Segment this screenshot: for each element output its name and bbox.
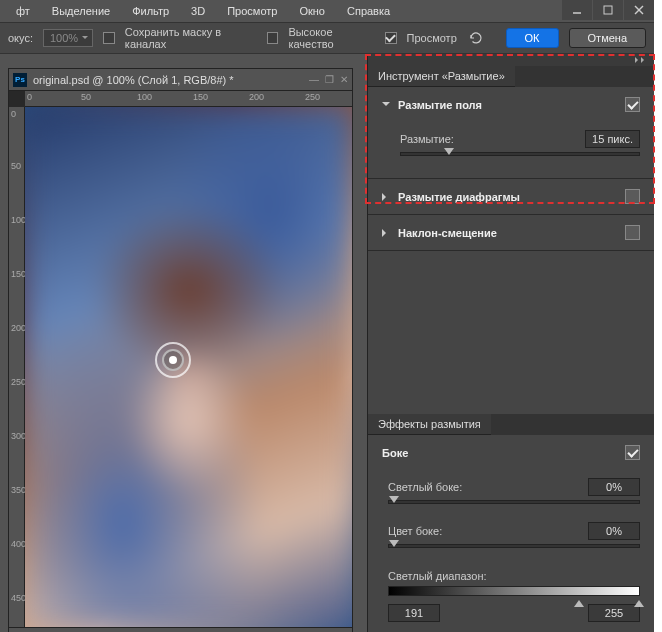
disclosure-closed-icon[interactable] bbox=[382, 193, 390, 201]
preview-label: Просмотр bbox=[407, 32, 457, 44]
light-bokeh-value[interactable]: 0% bbox=[588, 478, 640, 496]
doc-maximize-icon[interactable]: ❐ bbox=[325, 74, 334, 85]
close-button[interactable] bbox=[624, 0, 654, 20]
range-lo-value[interactable]: 191 bbox=[388, 604, 440, 622]
blur-slider-track[interactable] bbox=[400, 152, 640, 156]
document-window: Ps original.psd @ 100% (Слой 1, RGB/8#) … bbox=[8, 68, 353, 632]
color-bokeh-slider[interactable] bbox=[388, 544, 640, 548]
ruler-tick: 250 bbox=[305, 92, 320, 102]
document-title: original.psd @ 100% (Слой 1, RGB/8#) * bbox=[33, 74, 303, 86]
field-blur-header[interactable]: Размытие поля bbox=[382, 97, 640, 112]
menu-fragment[interactable]: фт bbox=[6, 2, 40, 20]
bokeh-title: Боке bbox=[382, 447, 617, 459]
canvas-wrap: 0 50 100 150 200 250 0 50 100 150 200 25… bbox=[9, 91, 352, 632]
window-controls bbox=[561, 0, 654, 20]
main-area: Ps original.psd @ 100% (Слой 1, RGB/8#) … bbox=[0, 54, 654, 632]
disclosure-open-icon[interactable] bbox=[382, 102, 390, 110]
ruler-tick: 0 bbox=[27, 92, 32, 102]
document-titlebar[interactable]: Ps original.psd @ 100% (Слой 1, RGB/8#) … bbox=[9, 69, 352, 91]
app-window: фт Выделение Фильтр 3D Просмотр Окно Спр… bbox=[0, 0, 654, 632]
reset-icon[interactable] bbox=[467, 30, 486, 46]
menu-filter[interactable]: Фильтр bbox=[122, 2, 179, 20]
ps-icon: Ps bbox=[13, 73, 27, 87]
ruler-horizontal[interactable]: 0 50 100 150 200 250 bbox=[25, 91, 352, 107]
ruler-vertical[interactable]: 0 50 100 150 200 250 300 350 400 450 bbox=[9, 107, 25, 627]
save-mask-label: Сохранить маску в каналах bbox=[125, 26, 257, 50]
doc-close-icon[interactable]: ✕ bbox=[340, 74, 348, 85]
maximize-button[interactable] bbox=[593, 0, 623, 20]
iris-blur-section: Размытие диафрагмы bbox=[368, 179, 654, 215]
slider-thumb[interactable] bbox=[389, 496, 399, 508]
ruler-tick: 200 bbox=[249, 92, 264, 102]
field-blur-checkbox[interactable] bbox=[625, 97, 640, 112]
ruler-tick: 450 bbox=[11, 593, 26, 603]
panel-collapse-icon[interactable] bbox=[368, 54, 654, 66]
tilt-shift-checkbox[interactable] bbox=[625, 225, 640, 240]
doc-minimize-icon[interactable]: — bbox=[309, 74, 319, 85]
menu-window[interactable]: Окно bbox=[289, 2, 335, 20]
ruler-tick: 50 bbox=[81, 92, 91, 102]
slider-thumb[interactable] bbox=[389, 540, 399, 552]
document-area: Ps original.psd @ 100% (Слой 1, RGB/8#) … bbox=[0, 54, 367, 632]
blur-amount-label: Размытие: bbox=[400, 133, 454, 145]
document-statusbar: 100% bbox=[9, 627, 352, 632]
minimize-button[interactable] bbox=[562, 0, 592, 20]
tilt-shift-section: Наклон-смещение bbox=[368, 215, 654, 251]
high-quality-label: Высокое качество bbox=[288, 26, 375, 50]
menu-bar: фт Выделение Фильтр 3D Просмотр Окно Спр… bbox=[0, 0, 654, 22]
field-blur-section: Размытие поля Размытие: 15 пикс. bbox=[368, 87, 654, 179]
bokeh-checkbox[interactable] bbox=[625, 445, 640, 460]
menu-help[interactable]: Справка bbox=[337, 2, 400, 20]
effects-tab[interactable]: Эффекты размытия bbox=[368, 414, 491, 435]
light-bokeh-slider[interactable] bbox=[388, 500, 640, 504]
canvas[interactable] bbox=[25, 107, 352, 627]
ruler-tick: 400 bbox=[11, 539, 26, 549]
blur-tool-tab[interactable]: Инструмент «Размытие» bbox=[368, 66, 515, 87]
ruler-tick: 300 bbox=[11, 431, 26, 441]
iris-blur-header[interactable]: Размытие диафрагмы bbox=[382, 189, 640, 204]
light-range-slider[interactable] bbox=[388, 586, 640, 596]
svg-rect-1 bbox=[604, 6, 612, 14]
options-bar: окус: 100% Сохранить маску в каналах Выс… bbox=[0, 22, 654, 54]
bokeh-header: Боке bbox=[382, 445, 640, 460]
ruler-tick: 350 bbox=[11, 485, 26, 495]
ruler-tick: 250 bbox=[11, 377, 26, 387]
disclosure-closed-icon[interactable] bbox=[382, 229, 390, 237]
ruler-tick: 50 bbox=[11, 161, 21, 171]
tool-tab-row: Инструмент «Размытие» bbox=[368, 66, 654, 87]
focus-combo[interactable]: 100% bbox=[43, 29, 93, 47]
light-bokeh-label: Светлый боке: bbox=[388, 481, 462, 493]
menu-3d[interactable]: 3D bbox=[181, 2, 215, 20]
ruler-tick: 150 bbox=[193, 92, 208, 102]
ruler-tick: 100 bbox=[11, 215, 26, 225]
focus-label: окус: bbox=[8, 32, 33, 44]
effects-panel: Эффекты размытия Боке Светлый боке: 0% bbox=[368, 414, 654, 632]
cancel-button[interactable]: Отмена bbox=[569, 28, 646, 48]
tilt-shift-header[interactable]: Наклон-смещение bbox=[382, 225, 640, 240]
range-hi-value[interactable]: 255 bbox=[588, 604, 640, 622]
tilt-shift-title: Наклон-смещение bbox=[398, 227, 617, 239]
range-thumb-lo[interactable] bbox=[574, 595, 584, 607]
light-range-label: Светлый диапазон: bbox=[388, 570, 487, 582]
iris-blur-checkbox[interactable] bbox=[625, 189, 640, 204]
field-blur-title: Размытие поля bbox=[398, 99, 617, 111]
ruler-tick: 100 bbox=[137, 92, 152, 102]
blur-slider-thumb[interactable] bbox=[444, 148, 454, 160]
color-bokeh-value[interactable]: 0% bbox=[588, 522, 640, 540]
blur-amount-value[interactable]: 15 пикс. bbox=[585, 130, 640, 148]
save-mask-checkbox[interactable] bbox=[103, 32, 114, 44]
ruler-tick: 150 bbox=[11, 269, 26, 279]
blur-pin[interactable] bbox=[155, 342, 191, 378]
iris-blur-title: Размытие диафрагмы bbox=[398, 191, 617, 203]
blur-slider-row: Размытие: 15 пикс. bbox=[382, 130, 640, 156]
color-bokeh-label: Цвет боке: bbox=[388, 525, 442, 537]
right-panels: Инструмент «Размытие» Размытие поля Разм… bbox=[367, 54, 654, 632]
preview-checkbox[interactable] bbox=[385, 32, 396, 44]
ruler-tick: 200 bbox=[11, 323, 26, 333]
menu-select[interactable]: Выделение bbox=[42, 2, 120, 20]
menu-view[interactable]: Просмотр bbox=[217, 2, 287, 20]
range-thumb-hi[interactable] bbox=[634, 595, 644, 607]
high-quality-checkbox[interactable] bbox=[267, 32, 278, 44]
ruler-tick: 0 bbox=[11, 109, 16, 119]
ok-button[interactable]: ОК bbox=[506, 28, 559, 48]
